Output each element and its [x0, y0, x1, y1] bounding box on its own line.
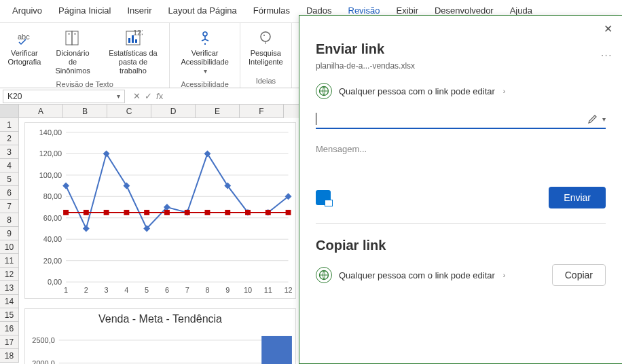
recipient-input[interactable]	[316, 113, 582, 124]
svg-text:6: 6	[165, 286, 169, 294]
svg-point-11	[261, 32, 270, 41]
pesquisa-inteligente-button[interactable]: PesquisaInteligente	[244, 26, 287, 75]
copy-button[interactable]: Copiar	[552, 264, 606, 286]
svg-text:40,00: 40,00	[43, 235, 62, 243]
verificar-acessibilidade-button[interactable]: VerificarAcessibilidade ▾	[174, 26, 236, 79]
svg-rect-52	[63, 210, 69, 215]
chevron-down-icon[interactable]: ▾	[117, 92, 120, 100]
row-header-14[interactable]: 14	[0, 295, 19, 308]
svg-rect-59	[204, 210, 210, 215]
dicionario-sinonimos-button[interactable]: Dicionário deSinônimos	[48, 26, 98, 79]
svg-rect-53	[84, 210, 89, 215]
chart-title: Venda - Meta - Tendência	[25, 309, 295, 329]
estatisticas-pasta-label: Estatísticas dapasta de trabalho	[105, 49, 161, 76]
svg-text:2: 2	[84, 286, 88, 294]
row-header-3[interactable]: 3	[0, 145, 19, 159]
share-panel: ✕ ··· Enviar link planilha-de-a...-venda…	[299, 15, 622, 364]
svg-text:12: 12	[284, 286, 292, 294]
send-button[interactable]: Enviar	[549, 187, 606, 208]
svg-text:140,00: 140,00	[39, 128, 62, 136]
row-header-2[interactable]: 2	[0, 132, 19, 145]
recipient-input-row: ▾	[316, 113, 606, 129]
row-header-7[interactable]: 7	[0, 200, 19, 213]
col-header-E[interactable]: E	[196, 105, 240, 118]
name-box[interactable]: K20 ▾	[3, 90, 125, 103]
edit-permission-icon[interactable]: ▾	[587, 113, 606, 124]
svg-rect-58	[185, 210, 190, 215]
estatisticas-pasta-button[interactable]: 123Estatísticas dapasta de trabalho	[100, 26, 165, 79]
chart-line[interactable]: 0,0020,0040,0060,0080,00100,00120,00140,…	[24, 122, 296, 299]
permission-text: Qualquer pessoa com o link pode editar	[339, 86, 495, 96]
globe-icon	[316, 267, 332, 283]
svg-rect-63	[286, 210, 291, 215]
group-label: Ideias	[256, 75, 276, 85]
more-icon[interactable]: ···	[601, 50, 612, 60]
row-header-8[interactable]: 8	[0, 213, 19, 227]
chart-bar[interactable]: Venda - Meta - Tendência 2000,02500,0	[24, 308, 296, 364]
row-header-1[interactable]: 1	[0, 118, 19, 132]
col-header-F[interactable]: F	[240, 105, 284, 118]
globe-icon	[316, 83, 332, 99]
copy-permission-button[interactable]: Qualquer pessoa com o link pode editar ›	[316, 267, 505, 283]
svg-text:4: 4	[124, 286, 128, 294]
svg-text:7: 7	[185, 286, 189, 294]
svg-text:100,00: 100,00	[39, 171, 62, 179]
row-header-5[interactable]: 5	[0, 172, 19, 186]
row-header-16[interactable]: 16	[0, 322, 19, 335]
share-title: Enviar link	[316, 41, 606, 57]
menu-layout-da-página[interactable]: Layout da Página	[162, 3, 244, 20]
svg-text:123: 123	[133, 29, 143, 37]
access-icon	[196, 29, 215, 48]
svg-text:9: 9	[225, 286, 230, 294]
row-header-4[interactable]: 4	[0, 159, 19, 172]
svg-text:120,00: 120,00	[39, 149, 62, 158]
row-header-11[interactable]: 11	[0, 254, 19, 268]
col-header-C[interactable]: C	[107, 105, 151, 118]
book-icon	[63, 29, 82, 48]
svg-text:5: 5	[145, 286, 149, 294]
fx-icon[interactable]: fx	[156, 91, 163, 101]
select-all-corner[interactable]	[0, 105, 19, 118]
col-header-B[interactable]: B	[63, 105, 107, 118]
cancel-formula-icon[interactable]: ✕	[133, 91, 141, 101]
outlook-icon[interactable]	[316, 190, 331, 205]
menu-inserir[interactable]: Inserir	[120, 3, 158, 20]
close-icon[interactable]: ✕	[604, 22, 612, 35]
row-header-18[interactable]: 18	[0, 349, 19, 363]
svg-rect-1	[66, 31, 72, 45]
row-header-15[interactable]: 15	[0, 308, 19, 322]
svg-rect-68	[261, 336, 292, 364]
row-header-10[interactable]: 10	[0, 240, 19, 254]
bulb-icon	[256, 29, 275, 48]
menu-fórmulas[interactable]: Fórmulas	[246, 3, 297, 20]
group-label: Acessibilidade	[181, 79, 229, 88]
message-input[interactable]: Mensagem...	[316, 144, 606, 154]
svg-text:abc: abc	[18, 33, 30, 41]
pesquisa-inteligente-label: PesquisaInteligente	[249, 49, 283, 67]
copy-permission-text: Qualquer pessoa com o link pode editar	[339, 270, 495, 280]
verificar-ortografia-button[interactable]: abcVerificarOrtografia	[4, 26, 45, 79]
svg-rect-60	[225, 210, 230, 215]
row-header-17[interactable]: 17	[0, 335, 19, 349]
svg-text:80,00: 80,00	[43, 192, 62, 200]
menu-arquivo[interactable]: Arquivo	[5, 3, 49, 20]
accept-formula-icon[interactable]: ✓	[145, 91, 152, 101]
row-header-9[interactable]: 9	[0, 227, 19, 240]
col-header-D[interactable]: D	[151, 105, 196, 118]
row-header-12[interactable]: 12	[0, 268, 19, 281]
svg-rect-6	[128, 38, 130, 43]
abc-icon: abc	[15, 29, 34, 48]
row-header-13[interactable]: 13	[0, 281, 19, 295]
copy-link-title: Copiar link	[316, 238, 606, 253]
row-header-6[interactable]: 6	[0, 186, 19, 200]
col-header-A[interactable]: A	[19, 105, 63, 118]
svg-text:20,00: 20,00	[43, 257, 62, 265]
menu-página-inicial[interactable]: Página Inicial	[52, 3, 117, 20]
svg-rect-62	[266, 210, 271, 215]
stats-icon: 123	[124, 29, 143, 48]
svg-text:0,00: 0,00	[48, 278, 62, 286]
verificar-ortografia-label: VerificarOrtografia	[7, 49, 41, 67]
svg-text:10: 10	[244, 286, 252, 294]
share-permission-button[interactable]: Qualquer pessoa com o link pode editar ›	[316, 83, 606, 99]
svg-text:3: 3	[105, 286, 109, 294]
